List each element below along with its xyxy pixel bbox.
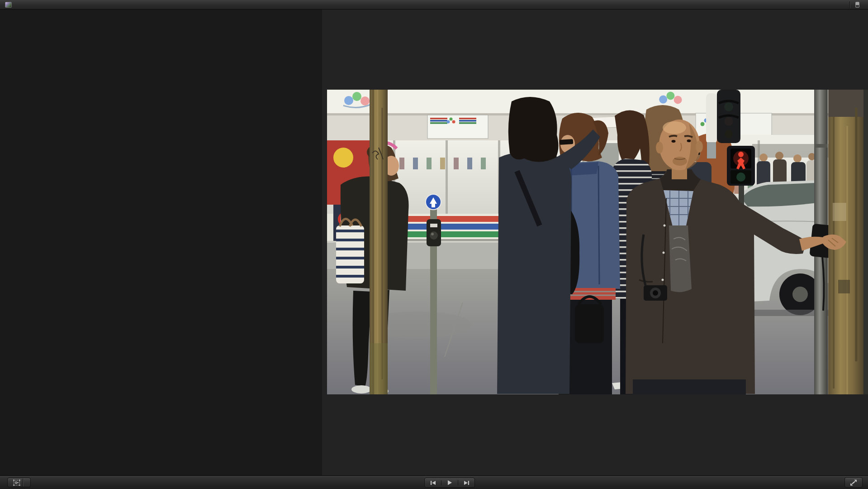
next-frame-button[interactable] [458, 480, 474, 485]
title-bar [0, 0, 868, 10]
next-frame-icon [464, 480, 470, 485]
viewer-overlays-icon [13, 479, 21, 486]
left-wooden-pole [370, 90, 388, 394]
transport-controls [424, 478, 475, 488]
fullscreen-icon [850, 479, 857, 486]
titlebar-controls [841, 1, 868, 8]
previous-frame-icon [430, 480, 436, 485]
play-icon [447, 480, 452, 485]
clip-thumbnail-icon [5, 2, 12, 8]
viewer-overlays-button[interactable] [7, 478, 31, 487]
viewer-canvas[interactable] [327, 90, 868, 394]
video-scope-panel [0, 10, 322, 475]
previous-frame-button[interactable] [425, 480, 441, 485]
application-window [0, 0, 868, 489]
divider [23, 479, 23, 486]
view-options-icon[interactable] [855, 2, 859, 8]
red-man-signal-icon [738, 152, 744, 157]
striped-tote [336, 225, 364, 283]
fullscreen-button[interactable] [844, 477, 863, 488]
play-button[interactable] [441, 480, 458, 485]
divider [849, 1, 850, 8]
video-frame [327, 90, 868, 394]
bottom-toolbar [0, 475, 868, 489]
